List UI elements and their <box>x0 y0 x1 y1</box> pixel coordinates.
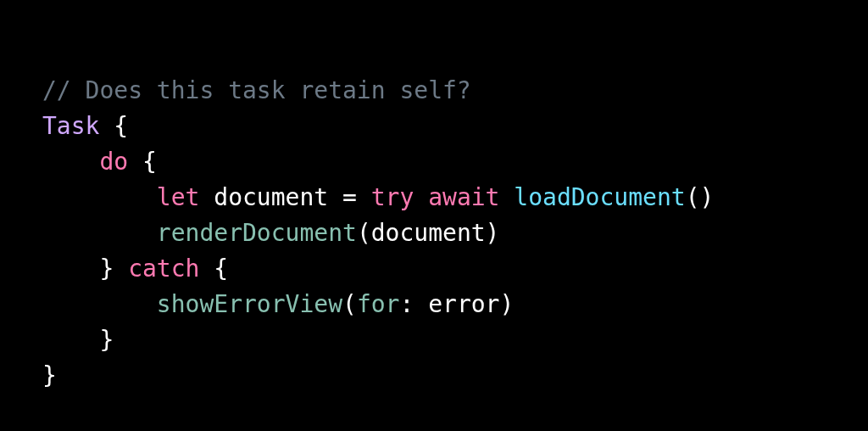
brace-open: { <box>199 255 228 283</box>
paren-close: ) <box>499 290 514 318</box>
var-document: document <box>214 183 328 211</box>
paren-open: ( <box>357 219 371 247</box>
parens: () <box>686 183 715 211</box>
brace-open: { <box>128 148 157 176</box>
space <box>414 183 428 211</box>
space <box>199 183 214 211</box>
type-task: Task <box>42 112 99 140</box>
brace-close: } <box>99 326 114 354</box>
arg-document: document <box>371 219 486 247</box>
brace-open: { <box>99 112 128 140</box>
indent <box>42 255 99 283</box>
paren-open: ( <box>342 290 357 318</box>
brace-close: } <box>42 361 57 389</box>
code-comment: // Does this task retain self? <box>42 76 471 104</box>
func-showerrorview: showErrorView <box>157 290 342 318</box>
func-loaddocument: loadDocument <box>514 183 685 211</box>
keyword-try: try <box>371 183 415 211</box>
brace-close: } <box>99 255 128 283</box>
code-block: // Does this task retain self? Task { do… <box>0 0 868 394</box>
colon: : <box>399 290 428 318</box>
func-renderdocument: renderDocument <box>157 219 357 247</box>
arg-label-for: for <box>357 290 400 318</box>
keyword-do: do <box>99 148 128 176</box>
indent <box>42 219 157 247</box>
keyword-let: let <box>157 183 200 211</box>
paren-close: ) <box>486 219 500 247</box>
indent <box>42 183 157 211</box>
keyword-catch: catch <box>128 255 199 283</box>
keyword-await: await <box>428 183 499 211</box>
indent <box>42 326 99 354</box>
arg-error: error <box>428 290 499 318</box>
indent <box>42 290 157 318</box>
space <box>499 183 514 211</box>
equals: = <box>328 183 371 211</box>
indent <box>42 148 99 176</box>
